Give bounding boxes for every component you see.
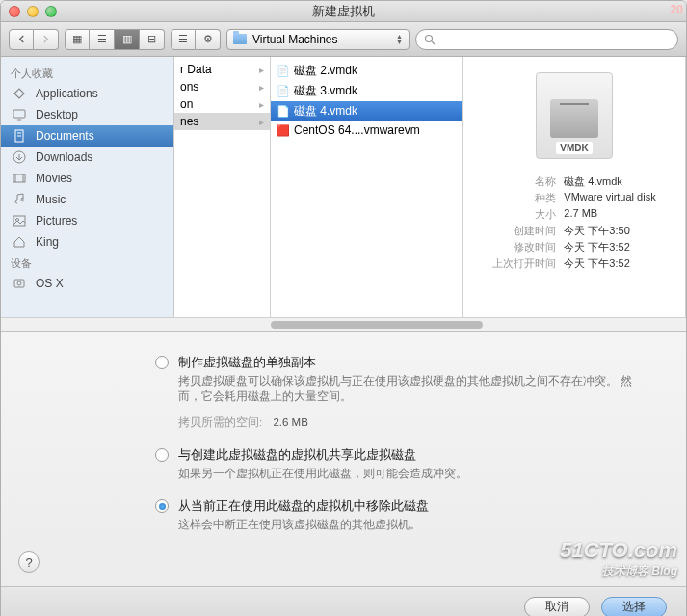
down-icon [11, 149, 28, 165]
path-label: Virtual Machines [252, 33, 338, 46]
help-button[interactable]: ? [18, 551, 40, 573]
column-item-label: r Data [180, 63, 212, 76]
option-copy-title: 制作虚拟磁盘的单独副本 [178, 355, 647, 371]
column-item[interactable]: on▸ [174, 95, 270, 113]
choose-button[interactable]: 选择 [601, 597, 667, 617]
document-icon: 📄 [277, 65, 290, 78]
sidebar-item-pictures[interactable]: Pictures [1, 210, 173, 231]
corner-timestamp: 20 [671, 3, 683, 16]
sidebar-item-applications[interactable]: Applications [1, 83, 173, 104]
space-required-row: 拷贝所需的空间: 2.6 MB [63, 415, 647, 430]
sidebar-item-label: King [36, 235, 59, 249]
file-item-label: 磁盘 2.vmdk [294, 63, 357, 79]
close-window-button[interactable] [9, 6, 20, 17]
view-list-button[interactable]: ☰ [90, 29, 115, 50]
scrollbar-thumb[interactable] [271, 321, 483, 329]
minimize-window-button[interactable] [27, 6, 39, 17]
titlebar: 新建虚拟机 [1, 1, 686, 22]
window-title: 新建虚拟机 [1, 3, 686, 20]
meta-label: 种类 [492, 191, 556, 205]
sidebar-item-label: Pictures [36, 214, 77, 228]
preview-file-icon: VMDK [536, 72, 613, 159]
sidebar-item-label: OS X [36, 277, 64, 290]
file-item-label: 磁盘 4.vmdk [294, 103, 357, 120]
column-2: 📄磁盘 2.vmdk📄磁盘 3.vmdk📄磁盘 4.vmdk🟥CentOS 64… [271, 57, 463, 317]
sidebar-item-label: Applications [36, 87, 98, 100]
action-button[interactable]: ⚙ [196, 29, 221, 50]
path-dropdown[interactable]: Virtual Machines ▲▼ [226, 29, 410, 50]
nav-forward-button[interactable] [34, 29, 59, 50]
column-item-label: nes [180, 115, 198, 128]
radio-share[interactable] [155, 448, 169, 462]
option-copy[interactable]: 制作虚拟磁盘的单独副本 拷贝虚拟硬盘可以确保该虚拟机与正在使用该虚拟硬盘的其他虚… [40, 355, 647, 404]
column-browser: r Data▸ons▸on▸nes▸ 📄磁盘 2.vmdk📄磁盘 3.vmdk📄… [174, 57, 686, 317]
file-picker-window: 新建虚拟机 ▦ ☰ ▥ ⊟ ☰ ⚙ Virtual Machines ▲▼ [0, 0, 687, 616]
sidebar-item-label: Music [36, 193, 66, 206]
arrange-button[interactable]: ☰ [171, 29, 196, 50]
sidebar-item-label: Movies [36, 172, 72, 185]
sidebar-section-favorites: 个人收藏 [1, 63, 173, 83]
file-item[interactable]: 📄磁盘 2.vmdk [271, 61, 462, 81]
meta-label: 修改时间 [492, 240, 556, 254]
view-coverflow-button[interactable]: ⊟ [140, 29, 165, 50]
meta-label: 名称 [492, 174, 556, 189]
view-column-button[interactable]: ▥ [115, 29, 140, 50]
desktop-icon [11, 107, 28, 122]
space-label: 拷贝所需的空间: [178, 416, 262, 428]
sidebar-item-music[interactable]: Music [1, 189, 173, 210]
option-remove-title: 从当前正在使用此磁盘的虚拟机中移除此磁盘 [178, 498, 429, 515]
sidebar-section-devices: 设备 [1, 253, 173, 273]
disk-icon [11, 276, 28, 291]
sidebar: 个人收藏 ApplicationsDesktopDocumentsDownloa… [1, 57, 174, 317]
sidebar-item-king[interactable]: King [1, 231, 173, 253]
svg-point-14 [17, 281, 21, 285]
movie-icon [11, 171, 28, 186]
sidebar-item-downloads[interactable]: Downloads [1, 147, 173, 168]
chevron-right-icon: ▸ [259, 65, 264, 75]
column-item[interactable]: ons▸ [174, 78, 270, 95]
sidebar-item-movies[interactable]: Movies [1, 168, 173, 189]
radio-copy[interactable] [155, 356, 169, 369]
chevron-right-icon: ▸ [259, 82, 264, 93]
option-remove[interactable]: 从当前正在使用此磁盘的虚拟机中移除此磁盘 这样会中断正在使用该虚拟磁盘的其他虚拟… [40, 498, 647, 532]
svg-rect-2 [13, 110, 25, 118]
file-item[interactable]: 📄磁盘 4.vmdk [271, 101, 462, 121]
doc-icon [11, 128, 28, 144]
document-icon: 📄 [277, 85, 290, 98]
radio-remove[interactable] [155, 499, 169, 513]
sidebar-item-label: Downloads [36, 150, 92, 164]
sidebar-item-desktop[interactable]: Desktop [1, 104, 173, 125]
column-item-label: ons [180, 80, 198, 94]
meta-label: 上次打开时间 [492, 256, 556, 271]
app-icon [11, 86, 28, 101]
sidebar-device-os-x[interactable]: OS X [1, 273, 173, 294]
home-icon [11, 234, 28, 250]
meta-value: VMware virtual disk [564, 191, 655, 205]
cancel-button[interactable]: 取消 [524, 597, 590, 617]
option-copy-desc: 拷贝虚拟硬盘可以确保该虚拟机与正在使用该虚拟硬盘的其他虚拟机之间不存在冲突。 然… [178, 373, 647, 404]
column-1: r Data▸ons▸on▸nes▸ [174, 57, 271, 317]
search-text[interactable] [439, 33, 670, 46]
preview-badge: VMDK [556, 142, 592, 154]
meta-value: 今天 下午3:52 [564, 240, 655, 254]
svg-point-0 [426, 35, 433, 41]
chevron-right-icon: ▸ [259, 117, 264, 127]
view-icon-button[interactable]: ▦ [65, 29, 90, 50]
file-item[interactable]: 🟥CentOS 64....vmwarevm [271, 121, 462, 139]
file-item-label: 磁盘 3.vmdk [294, 83, 357, 99]
file-item[interactable]: 📄磁盘 3.vmdk [271, 81, 462, 101]
column-item[interactable]: nes▸ [174, 113, 270, 130]
zoom-window-button[interactable] [45, 6, 57, 17]
option-share[interactable]: 与创建此虚拟磁盘的虚拟机共享此虚拟磁盘 如果另一个虚拟机正在使用此磁盘，则可能会… [40, 447, 647, 481]
sidebar-item-documents[interactable]: Documents [1, 125, 173, 147]
column-item[interactable]: r Data▸ [174, 61, 270, 78]
nav-back-button[interactable] [9, 29, 34, 50]
sidebar-item-label: Documents [36, 129, 94, 143]
meta-value: 2.7 MB [564, 207, 655, 222]
preview-pane: VMDK 名称磁盘 4.vmdk种类VMware virtual disk大小2… [463, 57, 686, 317]
search-input[interactable] [415, 29, 678, 50]
horizontal-scrollbar[interactable] [1, 317, 686, 331]
meta-value: 今天 下午3:50 [564, 224, 655, 238]
dropdown-arrows-icon: ▲▼ [396, 34, 403, 45]
space-value: 2.6 MB [273, 416, 307, 428]
